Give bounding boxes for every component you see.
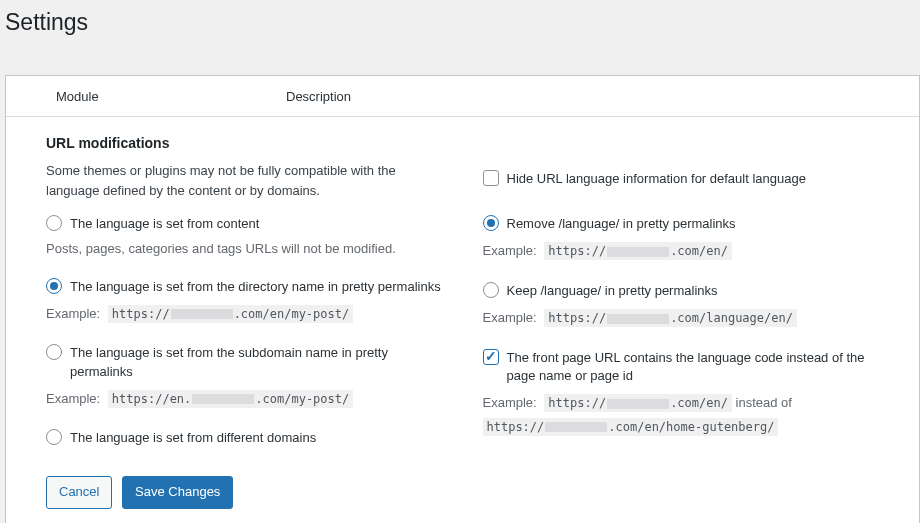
example-front-page: Example: https://.com/en/ instead of htt…: [483, 391, 880, 438]
label-keep-language: Keep /language/ in pretty permalinks: [507, 281, 718, 300]
label-lang-from-content: The language is set from content: [70, 214, 259, 233]
url-modifications-section: URL modifications Some themes or plugins…: [6, 117, 919, 476]
action-buttons: Cancel Save Changes: [6, 476, 919, 522]
option-lang-from-content: The language is set from content: [46, 214, 443, 233]
label-lang-from-directory: The language is set from the directory n…: [70, 277, 441, 296]
redacted-domain: [545, 422, 607, 432]
redacted-domain: [171, 309, 233, 319]
example-label: Example:: [46, 391, 100, 406]
example-label: Example:: [483, 243, 537, 258]
option-remove-language: Remove /language/ in pretty permalinks: [483, 214, 880, 233]
radio-lang-from-directory[interactable]: [46, 278, 62, 294]
section-title: URL modifications: [46, 135, 879, 151]
col-header-module: Module: [56, 89, 286, 104]
label-front-page-code: The front page URL contains the language…: [507, 348, 880, 385]
example-code-directory: https://.com/en/my-post/: [108, 305, 353, 323]
page-title: Settings: [5, 0, 920, 40]
checkbox-front-page-code[interactable]: [483, 349, 499, 365]
option-lang-from-domains: The language is set from different domai…: [46, 428, 443, 447]
example-keep-language: Example: https://.com/language/en/: [483, 306, 880, 330]
option-lang-from-directory: The language is set from the directory n…: [46, 277, 443, 296]
radio-lang-from-subdomain[interactable]: [46, 344, 62, 360]
radio-lang-from-content[interactable]: [46, 215, 62, 231]
col-header-description: Description: [286, 89, 351, 104]
radio-keep-language[interactable]: [483, 282, 499, 298]
option-hide-default: Hide URL language information for defaul…: [483, 169, 880, 188]
redacted-domain: [192, 394, 254, 404]
cancel-button[interactable]: Cancel: [46, 476, 112, 508]
label-remove-language: Remove /language/ in pretty permalinks: [507, 214, 736, 233]
redacted-domain: [607, 247, 669, 257]
example-label: Example:: [483, 310, 537, 325]
save-button[interactable]: Save Changes: [122, 476, 233, 508]
example-code-front2: https://.com/en/home-gutenberg/: [483, 418, 779, 436]
radio-lang-from-domains[interactable]: [46, 429, 62, 445]
left-column: Some themes or plugins may not be fully …: [46, 161, 443, 456]
label-lang-from-domains: The language is set from different domai…: [70, 428, 316, 447]
example-lang-from-directory: Example: https://.com/en/my-post/: [46, 302, 443, 326]
example-label: Example:: [483, 395, 537, 410]
table-header: Module Description: [6, 76, 919, 117]
example-code-remove: https://.com/en/: [544, 242, 732, 260]
label-lang-from-subdomain: The language is set from the subdomain n…: [70, 343, 443, 380]
example-code-keep: https://.com/language/en/: [544, 309, 797, 327]
example-remove-language: Example: https://.com/en/: [483, 239, 880, 263]
example-code-front1: https://.com/en/: [544, 394, 732, 412]
example-code-subdomain: https://en..com/my-post/: [108, 390, 353, 408]
checkbox-hide-default[interactable]: [483, 170, 499, 186]
option-lang-from-subdomain: The language is set from the subdomain n…: [46, 343, 443, 380]
label-hide-default: Hide URL language information for defaul…: [507, 169, 806, 188]
instead-of-text: instead of: [736, 395, 792, 410]
section-intro: Some themes or plugins may not be fully …: [46, 161, 443, 200]
option-front-page-code: The front page URL contains the language…: [483, 348, 880, 385]
example-label: Example:: [46, 306, 100, 321]
redacted-domain: [607, 399, 669, 409]
right-column: Hide URL language information for defaul…: [483, 161, 880, 456]
note-lang-from-content: Posts, pages, categories and tags URLs w…: [46, 239, 443, 259]
settings-panel: Module Description URL modifications Som…: [5, 75, 920, 523]
radio-remove-language[interactable]: [483, 215, 499, 231]
redacted-domain: [607, 314, 669, 324]
example-lang-from-subdomain: Example: https://en..com/my-post/: [46, 387, 443, 411]
option-keep-language: Keep /language/ in pretty permalinks: [483, 281, 880, 300]
